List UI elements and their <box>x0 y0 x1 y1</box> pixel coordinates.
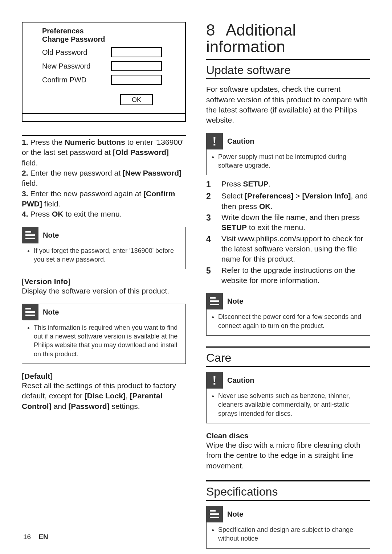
caution-box-1: ! Caution Power supply must not be inter… <box>206 133 370 176</box>
note-body: Disconnect the power cord for a few seco… <box>218 312 365 330</box>
note-body: If you forget the password, enter '13690… <box>34 246 180 264</box>
ok-button[interactable]: OK <box>120 94 153 105</box>
caution-title: Caution <box>227 137 254 145</box>
chapter-heading: 8Additional information <box>206 22 370 57</box>
new-password-label: New Password <box>42 62 111 70</box>
pref-title-2: Change Password <box>42 35 179 44</box>
caution-icon: ! <box>206 133 223 149</box>
update-software-text: For software updates, check the current … <box>206 84 370 125</box>
page-number: 16 <box>23 533 31 541</box>
note-icon <box>22 227 38 243</box>
clean-discs-text: Wipe the disc with a micro fibre cleanin… <box>206 440 370 471</box>
care-heading: Care <box>206 351 370 365</box>
note-body: Specification and design are subject to … <box>218 525 365 543</box>
note-title: Note <box>43 308 59 316</box>
pref-tab-bar <box>23 113 185 121</box>
note-title: Note <box>43 231 59 239</box>
version-info-text: Display the software version of this pro… <box>22 286 186 296</box>
confirm-pwd-input[interactable] <box>111 75 162 85</box>
clean-discs-label: Clean discs <box>206 431 370 440</box>
note-title: Note <box>227 510 243 518</box>
preferences-dialog: Preferences Change Password Old Password… <box>22 22 186 122</box>
caution-box-2: ! Caution Never use solvents such as ben… <box>206 372 370 423</box>
version-info-label: [Version Info] <box>22 277 186 286</box>
old-password-label: Old Password <box>42 48 111 57</box>
page-language: EN <box>38 533 48 541</box>
note-box-3: Note Disconnect the power cord for a few… <box>206 293 370 336</box>
default-text: Reset all the settings of this product t… <box>22 381 186 411</box>
pref-title-1: Preferences <box>42 27 179 35</box>
note-box-1: Note If you forget the password, enter '… <box>22 227 186 270</box>
note-icon <box>206 293 223 309</box>
note-body: This information is required when you wa… <box>34 323 180 358</box>
specifications-heading: Specifications <box>206 485 370 498</box>
note-box-2: Note This information is required when y… <box>22 304 186 364</box>
note-title: Note <box>227 297 243 305</box>
new-password-input[interactable] <box>111 61 162 71</box>
page-footer: 16 EN <box>23 533 48 541</box>
caution-icon: ! <box>206 372 223 389</box>
note-icon <box>22 304 38 320</box>
instructions-list: 1. Press the Numeric buttons to enter '1… <box>22 137 186 219</box>
note-box-4: Note Specification and design are subjec… <box>206 506 370 549</box>
caution-body: Power supply must not be interrupted dur… <box>218 152 365 170</box>
update-software-heading: Update software <box>206 63 370 77</box>
default-label: [Default] <box>22 372 186 381</box>
note-icon <box>206 506 223 522</box>
old-password-input[interactable] <box>111 47 162 57</box>
confirm-pwd-label: Confirm PWD <box>42 76 111 84</box>
caution-title: Caution <box>227 376 254 385</box>
caution-body: Never use solvents such as benzene, thin… <box>218 391 365 418</box>
update-steps: Press SETUP. Select [Preferences] > [Ver… <box>206 179 370 286</box>
